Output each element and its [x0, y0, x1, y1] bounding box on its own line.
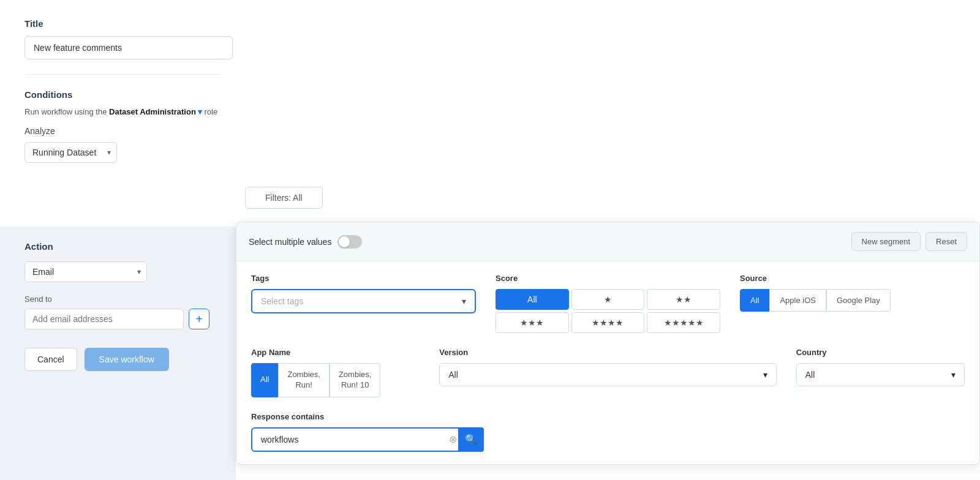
response-search-button[interactable]: 🔍: [458, 427, 484, 452]
new-segment-button[interactable]: New segment: [851, 232, 921, 251]
source-btn-all[interactable]: All: [740, 289, 769, 312]
score-label: Score: [496, 274, 720, 283]
response-contains-label: Response contains: [251, 412, 484, 421]
score-btn-all[interactable]: All: [496, 289, 569, 310]
tags-placeholder: Select tags: [261, 296, 303, 306]
reset-button[interactable]: Reset: [925, 232, 967, 251]
response-input-wrapper: ⊗ 🔍: [251, 427, 484, 452]
source-label: Source: [740, 274, 965, 283]
section-divider-1: [24, 74, 221, 75]
source-btn-google-play[interactable]: Google Play: [826, 289, 891, 312]
filters-area: Filters: All: [245, 187, 323, 209]
country-label: Country: [796, 348, 965, 357]
email-input[interactable]: [24, 309, 184, 329]
country-filter: Country All ▾: [796, 348, 965, 397]
version-filter: Version All ▾: [439, 348, 777, 397]
country-selected: All: [805, 370, 815, 380]
multiple-values-label: Select multiple values: [249, 237, 331, 247]
version-selected: All: [448, 370, 458, 380]
filter-popup: Select multiple values New segment Reset…: [236, 222, 980, 465]
save-workflow-button[interactable]: Save workflow: [85, 348, 169, 371]
score-filter: Score All ★ ★★ ★★★ ★★★★ ★★★★★: [496, 274, 720, 333]
tags-dropdown[interactable]: Select tags ▾: [251, 289, 476, 313]
role-link[interactable]: Dataset Administration ▾: [109, 107, 202, 116]
tags-chevron-icon: ▾: [462, 296, 466, 306]
app-btn-all[interactable]: All: [251, 363, 278, 397]
score-btn-2star[interactable]: ★★: [647, 289, 720, 310]
score-buttons-grid: All ★ ★★ ★★★ ★★★★ ★★★★★: [496, 289, 720, 333]
app-name-filter: App Name All Zombies,Run! Zombies,Run! 1…: [251, 348, 420, 397]
role-chevron-icon: ▾: [198, 107, 202, 116]
response-contains-section: Response contains ⊗ 🔍: [251, 412, 484, 452]
action-select-wrapper[interactable]: Email Webhook Slack: [24, 261, 147, 282]
filters-button[interactable]: Filters: All: [245, 187, 323, 209]
multiple-values-toggle[interactable]: [337, 235, 362, 249]
app-name-label: App Name: [251, 348, 420, 357]
cancel-button[interactable]: Cancel: [24, 348, 77, 371]
action-select[interactable]: Email Webhook Slack: [24, 261, 147, 282]
source-btn-apple-ios[interactable]: Apple iOS: [769, 289, 826, 312]
app-name-buttons: All Zombies,Run! Zombies,Run! 10: [251, 363, 420, 397]
popup-body: Tags Select tags ▾ Score All ★ ★★ ★★★ ★★…: [236, 261, 979, 464]
tags-label: Tags: [251, 274, 476, 283]
popup-header: Select multiple values New segment Reset: [236, 222, 979, 261]
tags-filter: Tags Select tags ▾: [251, 274, 476, 333]
add-email-button[interactable]: +: [189, 309, 209, 329]
app-btn-zombies-run-10[interactable]: Zombies,Run! 10: [330, 363, 380, 397]
action-section: Action Email Webhook Slack Send to + Can…: [0, 227, 236, 480]
role-text: Run workflow using the Dataset Administr…: [24, 107, 221, 116]
title-section-label: Title: [24, 18, 221, 29]
clear-response-icon[interactable]: ⊗: [449, 433, 457, 445]
title-input[interactable]: [24, 36, 233, 59]
country-chevron-icon: ▾: [951, 370, 956, 380]
analyze-label: Analyze: [24, 126, 221, 136]
score-btn-3star[interactable]: ★★★: [496, 312, 569, 333]
app-btn-zombies-run[interactable]: Zombies,Run!: [278, 363, 329, 397]
score-btn-1star[interactable]: ★: [571, 289, 645, 310]
version-chevron-icon: ▾: [763, 370, 767, 380]
action-title: Action: [24, 241, 219, 252]
source-filter: Source All Apple iOS Google Play: [740, 274, 965, 333]
dataset-select[interactable]: Running Dataset: [24, 142, 117, 163]
conditions-label: Conditions: [24, 89, 221, 100]
source-buttons: All Apple iOS Google Play: [740, 289, 965, 312]
version-dropdown[interactable]: All ▾: [439, 363, 777, 386]
version-label: Version: [439, 348, 777, 357]
score-btn-4star[interactable]: ★★★★: [571, 312, 645, 333]
dataset-select-wrapper[interactable]: Running Dataset: [24, 142, 117, 163]
send-to-label: Send to: [24, 294, 219, 304]
country-dropdown[interactable]: All ▾: [796, 363, 965, 386]
search-icon: 🔍: [465, 433, 477, 445]
score-btn-5star[interactable]: ★★★★★: [647, 312, 720, 333]
